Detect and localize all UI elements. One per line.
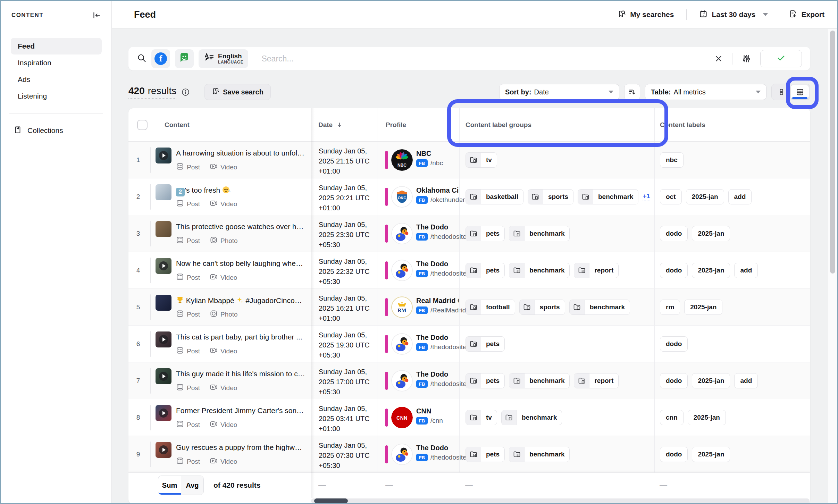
- profile-name[interactable]: The Dodo: [416, 223, 459, 231]
- collapse-sidebar-icon[interactable]: [91, 10, 102, 20]
- column-header-profile[interactable]: Profile: [377, 108, 459, 141]
- post-thumbnail[interactable]: [156, 221, 171, 237]
- label-group-chip[interactable]: pets: [466, 226, 505, 241]
- label-group-chip[interactable]: benchmark: [501, 410, 562, 425]
- post-title[interactable]: Kylian Mbappé #JugadorCincoEst...: [176, 296, 305, 305]
- language-filter-chip[interactable]: English LANGUAGE: [199, 49, 248, 68]
- profile-avatar[interactable]: [391, 333, 413, 355]
- label-group-chip[interactable]: tv: [466, 410, 497, 425]
- card-view-button[interactable]: [773, 85, 791, 99]
- post-thumbnail[interactable]: [156, 148, 171, 163]
- sidebar-item-ads[interactable]: Ads: [11, 71, 102, 88]
- label-group-chip[interactable]: sports: [519, 300, 565, 315]
- label-chip[interactable]: cnn: [660, 410, 684, 425]
- label-chip[interactable]: add: [734, 373, 758, 388]
- post-title[interactable]: This cat is part baby, part big brother …: [176, 333, 305, 341]
- label-chip[interactable]: 2025-jan: [692, 226, 730, 241]
- profile-avatar[interactable]: RM: [391, 296, 413, 318]
- column-header-content-labels[interactable]: Content labels: [654, 108, 810, 141]
- post-thumbnail[interactable]: [156, 442, 171, 458]
- sidebar-item-feed[interactable]: Feed: [11, 38, 102, 54]
- post-title[interactable]: This guy made it his life's mission to c…: [176, 370, 305, 378]
- label-chip[interactable]: oct: [660, 189, 682, 204]
- vertical-scrollbar-thumb[interactable]: [830, 31, 835, 274]
- date-range-dropdown[interactable]: Last 30 days: [699, 10, 768, 20]
- post-title[interactable]: A harrowing situation is about to unfold…: [176, 149, 305, 157]
- table-metrics-dropdown[interactable]: Table: All metrics: [645, 84, 766, 100]
- facebook-filter-chip[interactable]: f: [151, 49, 170, 68]
- post-thumbnail[interactable]: [156, 405, 171, 421]
- table-view-button[interactable]: [791, 85, 809, 99]
- sort-by-dropdown[interactable]: Sort by: Date: [499, 84, 619, 100]
- label-group-chip[interactable]: pets: [466, 336, 505, 352]
- label-group-chip[interactable]: benchmark: [509, 447, 570, 462]
- label-chip[interactable]: 2025-jan: [686, 189, 724, 204]
- label-chip[interactable]: dodo: [660, 263, 688, 278]
- label-group-chip[interactable]: pets: [466, 373, 505, 388]
- label-chip[interactable]: add: [734, 263, 758, 278]
- profile-name[interactable]: The Dodo: [416, 334, 459, 342]
- sort-direction-button[interactable]: [624, 84, 640, 100]
- post-thumbnail[interactable]: [156, 368, 171, 384]
- label-group-chip[interactable]: benchmark: [569, 300, 630, 315]
- label-chip[interactable]: dodo: [660, 226, 688, 241]
- label-chip[interactable]: add: [728, 189, 752, 204]
- post-thumbnail[interactable]: [156, 258, 171, 274]
- label-chip[interactable]: 2025-jan: [692, 263, 730, 278]
- label-chip[interactable]: dodo: [660, 373, 688, 388]
- label-group-chip[interactable]: basketball: [466, 189, 523, 204]
- label-chip[interactable]: dodo: [660, 336, 688, 352]
- post-thumbnail[interactable]: [156, 331, 171, 347]
- clear-search-icon[interactable]: [714, 54, 723, 63]
- label-group-chip[interactable]: benchmark: [509, 263, 570, 278]
- apply-search-button[interactable]: [760, 50, 802, 67]
- sidebar-item-collections[interactable]: Collections: [11, 122, 102, 139]
- sentiment-filter-chip[interactable]: [175, 49, 194, 68]
- sidebar-item-inspiration[interactable]: Inspiration: [11, 54, 102, 71]
- sum-toggle-button[interactable]: Sum: [158, 476, 181, 495]
- profile-name[interactable]: CNN: [416, 407, 459, 415]
- label-group-chip[interactable]: pets: [466, 447, 505, 462]
- column-header-content-label-groups[interactable]: Content label groups: [459, 108, 654, 141]
- post-title[interactable]: Now he can't stop belly laughing when ..…: [176, 259, 305, 268]
- label-chip[interactable]: 2025-jan: [684, 300, 722, 315]
- label-group-chip[interactable]: sports: [528, 189, 573, 204]
- export-button[interactable]: Export: [789, 10, 824, 20]
- avg-toggle-button[interactable]: Avg: [181, 476, 203, 495]
- profile-name[interactable]: NBC: [416, 150, 459, 158]
- label-group-chip[interactable]: report: [574, 263, 619, 278]
- horizontal-scrollbar-thumb[interactable]: [314, 498, 348, 503]
- post-title[interactable]: This protective goose watches over his .…: [176, 222, 305, 231]
- label-chip[interactable]: nbc: [660, 152, 684, 168]
- select-all-checkbox[interactable]: [137, 120, 148, 130]
- profile-name[interactable]: The Dodo: [416, 260, 459, 268]
- post-thumbnail[interactable]: [156, 295, 171, 311]
- profile-avatar[interactable]: OKC: [391, 186, 413, 208]
- info-icon[interactable]: [181, 88, 190, 96]
- profile-avatar[interactable]: CNN: [391, 407, 413, 428]
- label-group-chip[interactable]: benchmark: [509, 226, 570, 241]
- my-searches-button[interactable]: My searches: [618, 10, 674, 20]
- more-groups-link[interactable]: +1: [643, 192, 650, 201]
- sidebar-item-listening[interactable]: Listening: [11, 88, 102, 104]
- profile-avatar[interactable]: [391, 223, 413, 244]
- column-header-date[interactable]: Date: [311, 108, 377, 141]
- profile-name[interactable]: The Dodo: [416, 370, 459, 378]
- profile-avatar[interactable]: [391, 444, 413, 465]
- label-chip[interactable]: 2025-jan: [688, 410, 726, 425]
- label-group-chip[interactable]: football: [466, 300, 515, 315]
- label-group-chip[interactable]: benchmark: [509, 373, 570, 388]
- profile-name[interactable]: The Dodo: [416, 444, 459, 452]
- profile-name[interactable]: Oklahoma City Th...: [416, 186, 459, 194]
- profile-avatar[interactable]: [391, 370, 413, 392]
- post-title[interactable]: Guy rescues a puppy from the highway ...: [176, 443, 305, 452]
- advanced-filters-icon[interactable]: [741, 54, 751, 64]
- label-chip[interactable]: rm: [660, 300, 680, 315]
- label-chip[interactable]: dodo: [660, 447, 688, 462]
- profile-avatar[interactable]: [391, 260, 413, 281]
- label-group-chip[interactable]: pets: [466, 263, 505, 278]
- column-header-content[interactable]: Content: [165, 108, 190, 141]
- label-chip[interactable]: 2025-jan: [692, 373, 730, 388]
- profile-name[interactable]: Real Madrid C.F.: [416, 297, 459, 305]
- label-group-chip[interactable]: report: [574, 373, 619, 388]
